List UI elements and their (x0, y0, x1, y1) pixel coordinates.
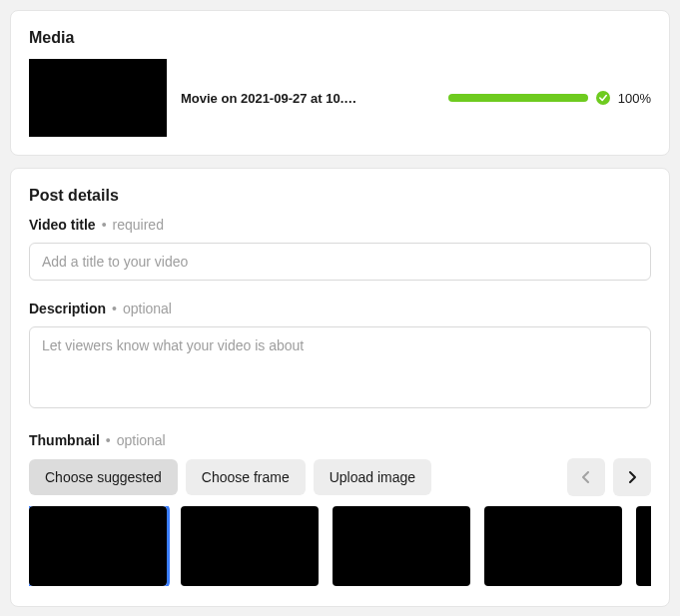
video-title-required: required (113, 217, 164, 233)
thumbnail-next-button[interactable] (613, 458, 651, 496)
upload-progress-wrap: 100% (448, 91, 651, 106)
choose-frame-button[interactable]: Choose frame (186, 459, 306, 495)
thumbnail-option[interactable] (484, 506, 622, 586)
media-row: Movie on 2021-09-27 at 10.3… 100% (29, 59, 651, 137)
thumbnail-label-row: Thumbnail • optional (29, 432, 651, 448)
thumbnail-list (29, 506, 651, 586)
thumbnail-optional: optional (117, 432, 166, 448)
chevron-left-icon (578, 469, 594, 485)
thumbnail-nav (567, 458, 651, 496)
thumbnail-option[interactable] (29, 506, 167, 586)
media-filename: Movie on 2021-09-27 at 10.3… (181, 91, 360, 106)
description-field: Description • optional (29, 301, 651, 412)
upload-progress-bar (448, 94, 588, 102)
chevron-right-icon (624, 469, 640, 485)
description-label: Description (29, 301, 106, 316)
thumbnail-option[interactable] (181, 506, 319, 586)
media-section-title: Media (29, 29, 651, 47)
thumbnail-label: Thumbnail (29, 432, 100, 448)
video-title-field: Video title • required (29, 217, 651, 281)
check-circle-icon (596, 91, 610, 105)
thumbnail-field: Thumbnail • optional Choose suggested Ch… (29, 432, 651, 586)
upload-image-button[interactable]: Upload image (314, 459, 431, 495)
video-title-label: Video title (29, 217, 96, 233)
label-separator: • (106, 432, 111, 448)
choose-suggested-button[interactable]: Choose suggested (29, 459, 178, 495)
thumbnail-option[interactable] (636, 506, 651, 586)
post-details-title: Post details (29, 187, 651, 205)
description-optional: optional (123, 301, 172, 316)
post-details-card: Post details Video title • required Desc… (10, 168, 670, 607)
label-separator: • (102, 217, 107, 233)
media-thumbnail[interactable] (29, 59, 167, 137)
description-label-row: Description • optional (29, 301, 651, 316)
description-input[interactable] (29, 326, 651, 408)
thumbnail-actions-row: Choose suggested Choose frame Upload ima… (29, 458, 651, 496)
video-title-input[interactable] (29, 243, 651, 281)
label-separator: • (112, 301, 117, 316)
media-card: Media Movie on 2021-09-27 at 10.3… 100% (10, 10, 670, 156)
upload-progress-percent: 100% (618, 91, 651, 106)
thumbnail-prev-button[interactable] (567, 458, 605, 496)
video-title-label-row: Video title • required (29, 217, 651, 233)
thumbnail-option[interactable] (333, 506, 470, 586)
